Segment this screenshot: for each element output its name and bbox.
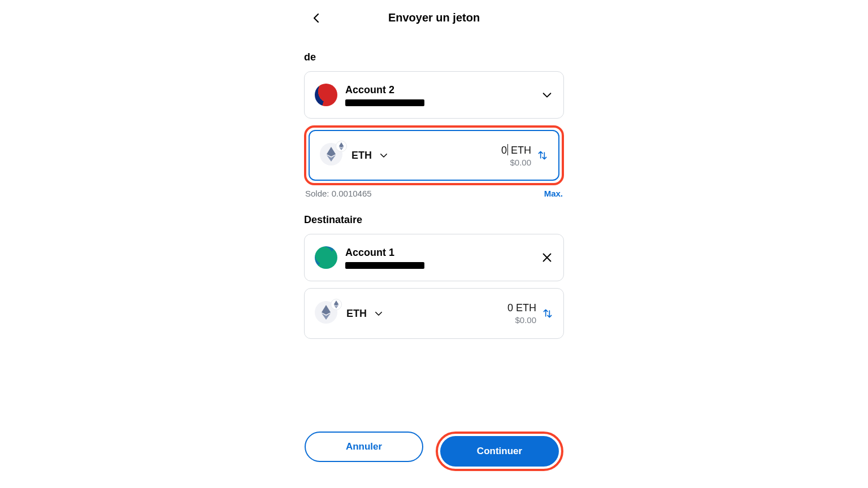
chevron-left-icon <box>310 11 323 25</box>
account-avatar <box>315 84 337 106</box>
from-account-selector[interactable]: Account 2 <box>304 71 564 119</box>
continue-highlight: Continuer <box>436 432 563 471</box>
eth-icon <box>315 301 340 326</box>
from-label: de <box>304 51 564 63</box>
page-title: Envoyer un jeton <box>388 11 480 24</box>
recipient-label: Destinataire <box>304 214 564 226</box>
from-amount-input[interactable]: 0 <box>501 145 508 156</box>
close-icon[interactable] <box>541 251 553 264</box>
recipient-account-name: Account 1 <box>345 247 533 259</box>
cancel-button[interactable]: Annuler <box>305 432 423 462</box>
balance-text: Solde: 0.0010465 <box>305 189 372 198</box>
from-amount-fiat: $0.00 <box>501 158 531 167</box>
swap-icon[interactable] <box>542 308 553 319</box>
account-avatar <box>315 246 337 269</box>
recipient-account-selector[interactable]: Account 1 <box>304 234 564 281</box>
from-account-address <box>345 99 424 106</box>
max-button[interactable]: Max. <box>544 189 563 198</box>
recipient-amount-fiat: $0.00 <box>507 315 536 325</box>
recipient-token-card[interactable]: ETH 0 ETH $0.00 <box>304 288 564 339</box>
continue-button[interactable]: Continuer <box>440 436 559 467</box>
recipient-amount: 0 <box>507 302 513 313</box>
from-account-name: Account 2 <box>345 84 533 96</box>
from-token-card[interactable]: ETH 0 ETH $0.00 <box>309 130 559 181</box>
recipient-token-symbol: ETH <box>346 308 367 320</box>
swap-icon[interactable] <box>537 150 548 161</box>
from-token-symbol: ETH <box>351 150 372 162</box>
chevron-down-icon[interactable] <box>379 150 389 160</box>
eth-icon <box>320 143 345 168</box>
from-token-highlight: ETH 0 ETH $0.00 <box>304 125 564 185</box>
back-button[interactable] <box>310 11 323 25</box>
recipient-account-address <box>345 262 424 269</box>
chevron-down-icon <box>541 89 553 101</box>
chevron-down-icon[interactable] <box>374 308 384 319</box>
